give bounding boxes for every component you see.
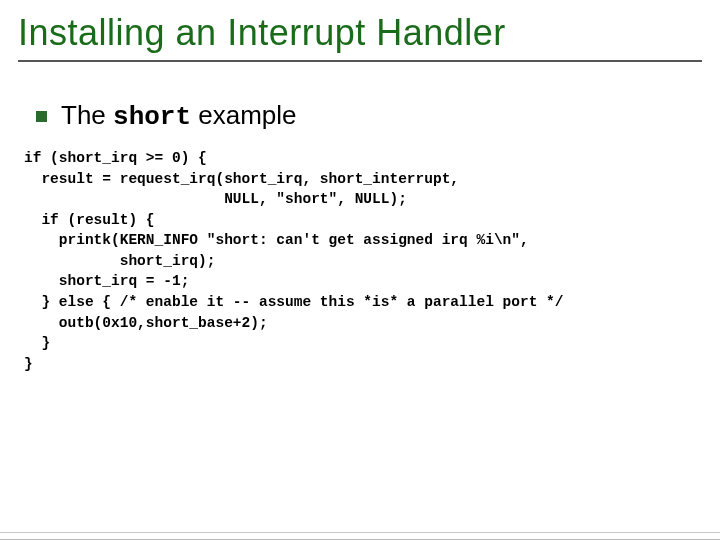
code-block: if (short_irq >= 0) { result = request_i… <box>24 148 702 374</box>
bullet-suffix: example <box>191 100 297 130</box>
title-container: Installing an Interrupt Handler <box>18 12 702 62</box>
bullet-prefix: The <box>61 100 113 130</box>
bullet-text: The short example <box>61 100 297 132</box>
bullet-item: The short example <box>36 100 702 132</box>
slide: Installing an Interrupt Handler The shor… <box>0 0 720 540</box>
bullet-code-word: short <box>113 102 191 132</box>
slide-bottom-border <box>0 532 720 533</box>
slide-title: Installing an Interrupt Handler <box>18 12 702 54</box>
square-bullet-icon <box>36 111 47 122</box>
